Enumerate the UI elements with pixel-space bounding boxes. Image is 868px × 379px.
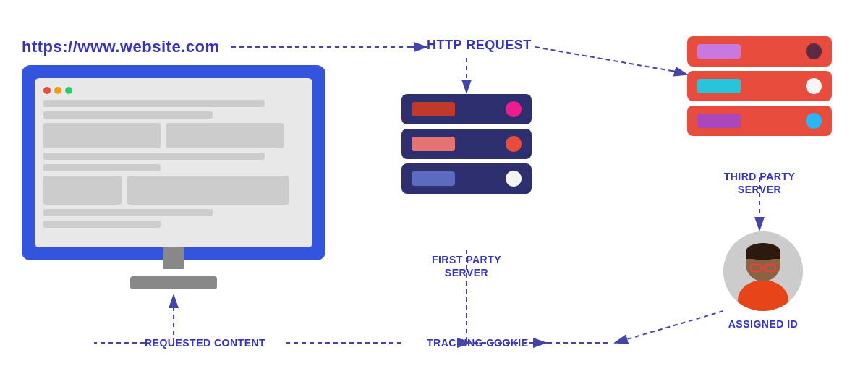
server-strip-1 <box>412 102 455 116</box>
third-led-2 <box>806 78 822 94</box>
dot-yellow <box>54 87 61 94</box>
avatar-svg <box>723 231 803 311</box>
skeleton-bar-4 <box>43 164 161 171</box>
server-led-2 <box>506 136 522 152</box>
skeleton-bar-3 <box>43 153 265 160</box>
dot-green <box>65 87 72 94</box>
url-text: https://www.website.com <box>22 38 220 56</box>
first-party-server-label: FIRST PARTYSERVER <box>401 253 532 279</box>
sk-block-1 <box>43 123 161 148</box>
tracking-cookie-label: TRACKING COOKIE <box>427 337 529 349</box>
third-strip-1 <box>697 44 741 59</box>
server-led-1 <box>506 101 522 117</box>
monitor-base <box>130 276 217 289</box>
skeleton-bar-2 <box>43 111 213 119</box>
diagram: https://www.website.com HTTP REQUEST <box>0 0 868 379</box>
svg-rect-4 <box>746 252 780 259</box>
skeleton-bar-5 <box>43 209 213 216</box>
third-party-server-label: THIRD PARTYSERVER <box>687 170 832 196</box>
first-party-server <box>401 94 532 198</box>
monitor-frame <box>22 65 326 260</box>
browser-dots <box>43 87 304 94</box>
server-unit-1 <box>401 94 532 124</box>
requested-content-label: REQUESTED CONTENT <box>145 337 265 349</box>
monitor-neck <box>163 247 184 269</box>
third-led-3 <box>806 113 822 129</box>
third-server-unit-2 <box>687 71 832 101</box>
third-strip-2 <box>697 79 741 93</box>
skeleton-bar-1 <box>43 100 265 107</box>
http-to-third-line <box>535 47 680 72</box>
assigned-id-label: ASSIGNED ID <box>698 318 828 330</box>
third-led-1 <box>806 43 822 59</box>
third-server-unit-1 <box>687 36 832 67</box>
dot-red <box>43 87 51 94</box>
http-to-third-arrow <box>673 71 687 74</box>
third-party-server <box>687 36 832 140</box>
server-led-3 <box>506 171 522 187</box>
http-request-label: HTTP REQUEST <box>427 38 532 53</box>
third-server-unit-3 <box>687 106 832 136</box>
monitor-screen <box>35 78 312 247</box>
skeleton-bar-6 <box>43 221 161 228</box>
sk-block-2 <box>166 123 284 148</box>
sk-block-4 <box>127 176 289 205</box>
server-unit-3 <box>401 163 532 194</box>
third-strip-3 <box>697 114 741 128</box>
monitor <box>22 65 326 289</box>
server-unit-2 <box>401 129 532 159</box>
server-strip-2 <box>412 137 455 151</box>
person-avatar <box>723 231 803 311</box>
sk-block-3 <box>43 176 122 205</box>
server-strip-3 <box>412 171 455 186</box>
